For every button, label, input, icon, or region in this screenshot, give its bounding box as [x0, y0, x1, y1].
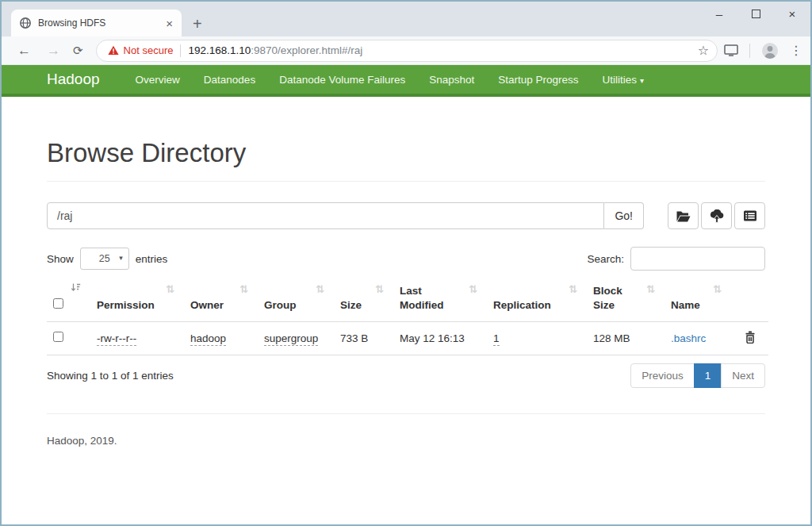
window-minimize-icon[interactable]: –	[701, 7, 737, 21]
forward-icon[interactable]: →	[39, 43, 68, 59]
page-length-control: Show 25 ▾ entries	[47, 248, 167, 270]
sort-both-icon: ⇅	[469, 282, 477, 297]
tab-title: Browsing HDFS	[38, 17, 163, 29]
navbar-brand: Hadoop	[47, 71, 100, 88]
header-label: Permission	[97, 299, 155, 311]
title-divider	[47, 181, 765, 182]
sort-both-icon: ⇅	[375, 282, 384, 297]
folder-open-icon	[676, 209, 691, 222]
cut-paste-button[interactable]	[734, 202, 765, 229]
pagination-next[interactable]: Next	[721, 363, 765, 388]
footer-text: Hadoop, 2019.	[47, 435, 765, 478]
sort-both-icon: ⇅	[166, 282, 174, 297]
hadoop-navbar: Hadoop Overview Datanodes Datanode Volum…	[2, 65, 810, 97]
reload-icon[interactable]: ⟳	[68, 44, 91, 58]
permission-value[interactable]: -rw-r--r--	[97, 332, 136, 346]
new-tab-icon[interactable]: +	[193, 16, 202, 32]
browser-titlebar: Browsing HDFS × + – ×	[2, 2, 810, 36]
header-label: Block Size	[593, 285, 622, 311]
delete-trash-icon[interactable]	[745, 331, 756, 344]
col-header-name[interactable]: Name ⇅	[665, 278, 731, 321]
sort-asc-icon	[71, 282, 81, 297]
header-label: Name	[671, 299, 700, 311]
col-header-size[interactable]: Size ⇅	[334, 278, 393, 321]
page-title: Browse Directory	[47, 138, 765, 168]
table-header-row: Permission ⇅ Owner ⇅ Group ⇅ Size ⇅	[47, 278, 768, 321]
col-header-last-modified[interactable]: Last Modified ⇅	[393, 278, 487, 321]
utilities-label: Utilities	[603, 74, 638, 86]
replication-value[interactable]: 1	[493, 332, 500, 346]
window-controls: – ×	[701, 2, 810, 25]
col-header-actions	[731, 278, 768, 321]
browser-tab[interactable]: Browsing HDFS ×	[11, 10, 182, 36]
nav-item-utilities[interactable]: Utilities▾	[591, 74, 657, 86]
footer-divider	[47, 413, 765, 414]
sort-both-icon: ⇅	[646, 282, 655, 297]
header-label: Group	[264, 299, 297, 311]
profile-avatar[interactable]	[761, 42, 779, 60]
main-content: Browse Directory Go!	[2, 138, 810, 478]
col-header-owner[interactable]: Owner ⇅	[184, 278, 258, 321]
nav-item-datanode-volume-failures[interactable]: Datanode Volume Failures	[267, 74, 417, 86]
url-path: :9870/explorer.html#/raj	[251, 44, 362, 56]
group-value[interactable]: supergroup	[264, 332, 318, 346]
entries-per-page-select[interactable]: 25 ▾	[80, 248, 129, 270]
col-header-permission[interactable]: Permission ⇅	[90, 278, 184, 321]
directory-action-buttons	[668, 202, 765, 229]
table-footer: Showing 1 to 1 of 1 entries Previous 1 N…	[47, 363, 765, 388]
col-header-select[interactable]	[47, 278, 90, 321]
file-listing-table: Permission ⇅ Owner ⇅ Group ⇅ Size ⇅	[47, 278, 768, 355]
col-header-group[interactable]: Group ⇅	[258, 278, 334, 321]
sort-both-icon: ⇅	[239, 282, 248, 297]
search-label: Search:	[587, 253, 624, 265]
nav-item-datanodes[interactable]: Datanodes	[192, 74, 267, 86]
pagination-previous[interactable]: Previous	[630, 363, 695, 388]
address-bar[interactable]: Not secure 192.168.1.10 :9870/explorer.h…	[96, 40, 718, 62]
col-header-block-size[interactable]: Block Size ⇅	[587, 278, 665, 321]
col-header-replication[interactable]: Replication ⇅	[487, 278, 587, 321]
nav-item-snapshot[interactable]: Snapshot	[417, 74, 486, 86]
window-close-icon[interactable]: ×	[774, 7, 810, 21]
bookmark-star-icon[interactable]: ☆	[698, 43, 709, 58]
header-label: Replication	[493, 299, 551, 311]
toolbar-separator	[749, 44, 750, 58]
pagination: Previous 1 Next	[630, 363, 765, 388]
directory-path-input[interactable]	[47, 202, 604, 229]
not-secure-label: Not secure	[124, 44, 174, 56]
upload-file-button[interactable]	[701, 202, 732, 229]
path-input-group: Go!	[47, 202, 644, 229]
nav-item-overview[interactable]: Overview	[124, 74, 192, 86]
create-directory-button[interactable]	[668, 202, 699, 229]
sort-both-icon: ⇅	[316, 282, 324, 297]
url-separator	[180, 44, 181, 57]
back-icon[interactable]: ←	[10, 43, 39, 59]
globe-favicon-icon	[19, 17, 32, 29]
window-maximize-icon[interactable]	[737, 7, 774, 21]
tab-close-icon[interactable]: ×	[163, 17, 175, 30]
last-modified-value: May 12 16:13	[400, 332, 465, 344]
go-button[interactable]: Go!	[604, 202, 644, 229]
row-checkbox[interactable]	[53, 332, 63, 342]
maximize-square-icon	[752, 10, 760, 18]
sort-both-icon: ⇅	[713, 282, 722, 297]
not-secure-warning-icon	[108, 45, 119, 56]
header-label: Owner	[190, 299, 224, 311]
cast-icon[interactable]	[724, 44, 738, 56]
sort-both-icon: ⇅	[569, 282, 577, 297]
select-all-checkbox[interactable]	[53, 298, 63, 309]
nav-item-startup-progress[interactable]: Startup Progress	[486, 74, 590, 86]
browser-menu-icon[interactable]: ⋮	[790, 43, 802, 58]
upload-icon	[709, 209, 725, 223]
browser-toolbar: ← → ⟳ Not secure 192.168.1.10 :9870/expl…	[2, 36, 810, 65]
pagination-page-1[interactable]: 1	[694, 363, 722, 388]
file-name-link[interactable]: .bashrc	[671, 332, 706, 344]
browser-window: Browsing HDFS × + – × ← → ⟳ Not secure 1…	[0, 0, 812, 526]
page-size-value: 25	[99, 253, 110, 264]
owner-value[interactable]: hadoop	[190, 332, 226, 346]
search-input[interactable]	[630, 247, 765, 271]
search-control: Search:	[587, 247, 765, 271]
select-caret-icon: ▾	[119, 254, 123, 262]
list-alt-icon	[743, 209, 757, 222]
header-label: Last Modified	[400, 285, 444, 311]
path-row: Go!	[47, 202, 765, 229]
